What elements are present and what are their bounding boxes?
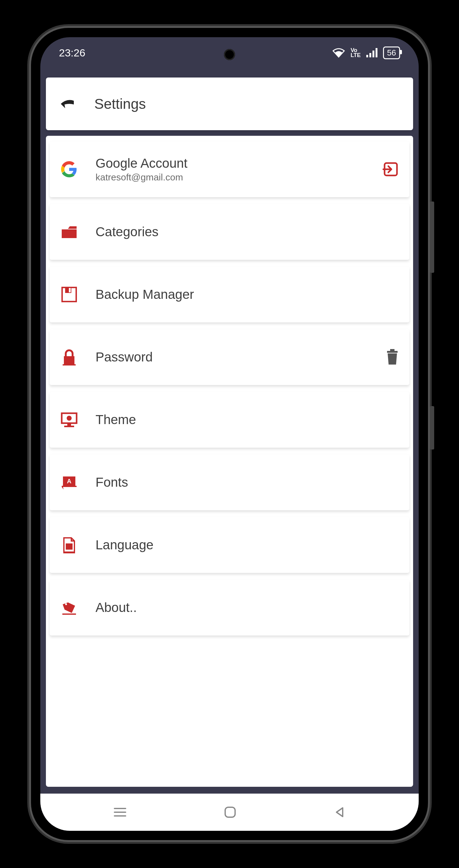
status-time: 23:26 (59, 47, 85, 59)
trash-icon (385, 349, 399, 365)
svg-rect-12 (390, 349, 395, 351)
phone-screen: 23:26 Vo LTE 56 (40, 37, 419, 831)
google-icon (58, 161, 80, 177)
svg-rect-16 (64, 426, 74, 427)
password-title: Password (95, 350, 370, 365)
exit-icon (382, 161, 399, 178)
svg-point-14 (67, 416, 72, 421)
svg-rect-26 (225, 807, 235, 817)
row-language[interactable]: Language (50, 517, 409, 573)
save-icon (58, 287, 80, 302)
app-header: Settings (46, 78, 413, 130)
about-title: About.. (95, 600, 399, 615)
row-google-account[interactable]: Google Account katresoft@gmail.com (50, 142, 409, 197)
volume-button[interactable] (430, 202, 434, 273)
recent-apps-button[interactable] (113, 807, 127, 818)
tag-icon (58, 600, 80, 615)
svg-rect-15 (67, 424, 71, 426)
font-icon: A (58, 475, 80, 490)
battery-level: 56 (387, 48, 396, 58)
phone-frame: 23:26 Vo LTE 56 (31, 28, 428, 840)
row-about[interactable]: About.. (50, 580, 409, 636)
delete-password-button[interactable] (385, 349, 399, 365)
home-button[interactable] (223, 805, 237, 819)
settings-list[interactable]: Google Account katresoft@gmail.com (46, 136, 413, 787)
power-button[interactable] (430, 406, 434, 450)
account-title: Google Account (95, 156, 367, 171)
svg-text:A: A (67, 478, 71, 485)
account-subtitle: katresoft@gmail.com (95, 172, 367, 183)
row-password[interactable]: Password (50, 329, 409, 385)
categories-title: Categories (95, 224, 399, 239)
app-area: Settings Google Account (40, 68, 419, 794)
svg-rect-9 (64, 356, 74, 364)
page-title: Settings (94, 95, 146, 112)
back-button[interactable] (333, 806, 346, 818)
signal-icon (366, 48, 377, 57)
lock-icon (58, 349, 80, 366)
svg-rect-1 (369, 53, 371, 57)
row-categories[interactable]: Categories (50, 204, 409, 260)
svg-rect-5 (62, 229, 76, 238)
svg-rect-11 (387, 351, 398, 353)
folder-icon (58, 224, 80, 239)
wifi-icon (333, 48, 345, 58)
back-icon[interactable] (58, 95, 76, 113)
battery-indicator: 56 (383, 46, 400, 59)
sign-out-button[interactable] (382, 161, 399, 178)
theme-title: Theme (95, 412, 399, 427)
row-fonts[interactable]: A Fonts (50, 455, 409, 510)
status-indicators: Vo LTE 56 (333, 46, 400, 59)
svg-rect-0 (366, 55, 368, 57)
svg-rect-2 (372, 51, 374, 57)
row-backup-manager[interactable]: Backup Manager (50, 267, 409, 322)
volte-indicator: Vo LTE (350, 48, 361, 58)
document-icon (58, 537, 80, 553)
row-theme[interactable]: Theme (50, 392, 409, 447)
svg-rect-8 (69, 288, 71, 292)
svg-rect-22 (62, 614, 76, 615)
system-nav-bar (40, 794, 419, 831)
language-title: Language (95, 537, 399, 552)
front-camera (224, 49, 235, 60)
backup-title: Backup Manager (95, 287, 399, 302)
svg-rect-20 (63, 552, 75, 553)
fonts-title: Fonts (95, 475, 399, 490)
monitor-icon (58, 412, 80, 428)
svg-rect-10 (63, 364, 76, 366)
svg-rect-19 (66, 544, 72, 550)
svg-point-21 (65, 603, 67, 605)
svg-rect-3 (375, 48, 377, 57)
